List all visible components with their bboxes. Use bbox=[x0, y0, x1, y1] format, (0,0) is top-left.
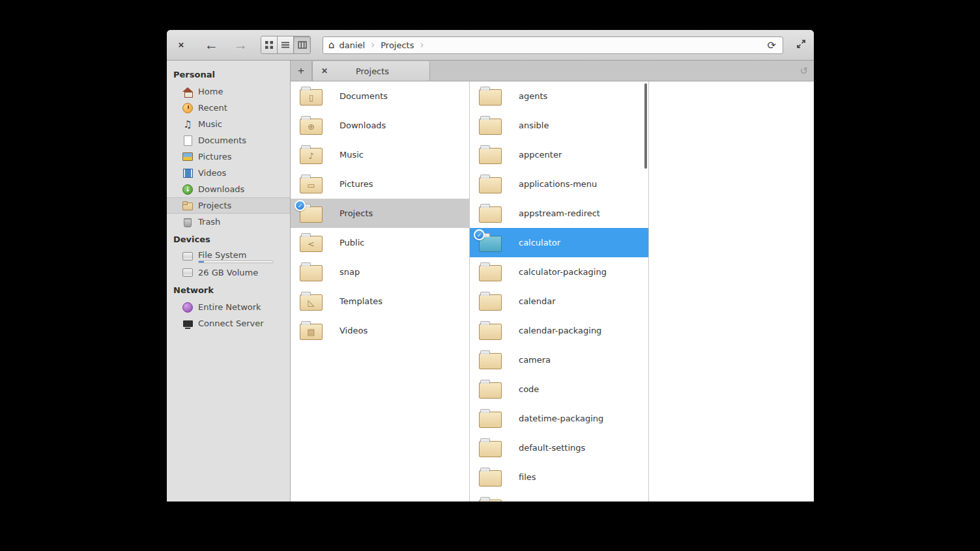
sidebar-item-trash[interactable]: Trash bbox=[167, 214, 290, 230]
file-row-appstream-redirect[interactable]: appstream-redirect bbox=[470, 199, 648, 228]
file-row-calculator[interactable]: ✓calculator bbox=[470, 228, 648, 257]
file-row-calculator-packaging[interactable]: calculator-packaging bbox=[470, 257, 648, 287]
file-row-downloads[interactable]: ⊕Downloads bbox=[291, 111, 469, 140]
file-row-calendar-packaging[interactable]: calendar-packaging bbox=[470, 316, 648, 345]
column-view-button[interactable] bbox=[294, 36, 310, 53]
folder-icon: < bbox=[300, 236, 323, 252]
sidebar-item-file-system[interactable]: File System bbox=[167, 248, 290, 264]
file-row-calendar[interactable]: calendar bbox=[470, 287, 648, 316]
sidebar-item-label: File System bbox=[198, 250, 274, 260]
file-row-appcenter[interactable]: appcenter bbox=[470, 140, 648, 169]
file-row-music[interactable]: ♪Music bbox=[291, 140, 469, 169]
history-button[interactable]: ↺ bbox=[800, 65, 808, 77]
file-row-ansible[interactable]: ansible bbox=[470, 111, 648, 140]
tab-projects[interactable]: ✕ Projects bbox=[312, 61, 430, 81]
file-label: Music bbox=[339, 150, 364, 160]
sidebar-item-pictures[interactable]: Pictures bbox=[167, 148, 290, 165]
sidebar-item-recent[interactable]: Recent bbox=[167, 100, 290, 116]
list-view-button[interactable] bbox=[278, 36, 294, 53]
sidebar-item-label: Documents bbox=[198, 135, 246, 145]
folder-icon bbox=[479, 89, 502, 106]
file-row-documents[interactable]: ▯Documents bbox=[291, 81, 469, 111]
window-close-button[interactable]: × bbox=[173, 37, 189, 53]
file-row-default-settings[interactable]: default-settings bbox=[470, 433, 648, 462]
file-row-code[interactable]: code bbox=[470, 374, 648, 404]
folder-icon bbox=[479, 500, 502, 502]
folder-icon bbox=[479, 382, 502, 399]
miller-columns: ▯Documents⊕Downloads♪Music▭Pictures✓Proj… bbox=[291, 81, 814, 502]
right-pane: + ✕ Projects ↺ ▯Documents⊕Downloads♪Musi… bbox=[291, 61, 814, 502]
folder-icon bbox=[479, 177, 502, 193]
file-row-projects[interactable]: ✓Projects bbox=[291, 199, 469, 228]
grid-view-button[interactable] bbox=[261, 36, 278, 53]
sidebar-item-videos[interactable]: Videos bbox=[167, 165, 290, 181]
new-tab-button[interactable]: + bbox=[291, 61, 312, 81]
sidebar-item-downloads[interactable]: ↓Downloads bbox=[167, 181, 290, 197]
sidebar: PersonalHomeRecent♫MusicDocumentsPicture… bbox=[167, 61, 291, 502]
file-row-applications-menu[interactable]: applications-menu bbox=[470, 169, 648, 199]
folder-icon bbox=[182, 201, 193, 211]
tab-bar: + ✕ Projects ↺ bbox=[291, 61, 814, 81]
file-row-pictures[interactable]: ▭Pictures bbox=[291, 169, 469, 199]
file-row-public[interactable]: <Public bbox=[291, 228, 469, 257]
file-row-agents[interactable]: agents bbox=[470, 81, 648, 111]
home-icon bbox=[182, 87, 193, 97]
folder-icon bbox=[479, 148, 502, 164]
back-button[interactable]: ← bbox=[202, 37, 221, 53]
expand-window-button[interactable] bbox=[795, 39, 807, 51]
disk-icon bbox=[182, 251, 193, 262]
folder-icon bbox=[479, 119, 502, 135]
folder-glyph: ▤ bbox=[307, 328, 315, 336]
folder-icon bbox=[479, 441, 502, 457]
sidebar-item-music[interactable]: ♫Music bbox=[167, 116, 290, 132]
recent-icon bbox=[182, 103, 193, 113]
breadcrumb-daniel[interactable]: daniel bbox=[338, 40, 367, 50]
sidebar-item-connect-server[interactable]: Connect Server bbox=[167, 315, 290, 332]
sidebar-item-documents[interactable]: Documents bbox=[167, 132, 290, 148]
file-row-snap[interactable]: snap bbox=[291, 257, 469, 287]
sidebar-item-label: Music bbox=[198, 119, 222, 129]
file-row-files[interactable]: files bbox=[470, 462, 648, 492]
file-row-gala[interactable]: gala bbox=[470, 492, 648, 502]
main-content: PersonalHomeRecent♫MusicDocumentsPicture… bbox=[167, 61, 814, 502]
folder-icon bbox=[300, 265, 323, 281]
file-label: appstream-redirect bbox=[519, 208, 600, 218]
file-label: files bbox=[519, 472, 536, 482]
folder-icon: ♪ bbox=[300, 148, 323, 164]
sidebar-item-label: Home bbox=[198, 87, 223, 96]
column-empty bbox=[649, 81, 814, 502]
file-label: camera bbox=[519, 355, 551, 365]
sidebar-item-label: Videos bbox=[198, 168, 226, 178]
folder-glyph: ▭ bbox=[307, 181, 315, 190]
tab-close-button[interactable]: ✕ bbox=[319, 66, 330, 76]
file-row-camera[interactable]: camera bbox=[470, 345, 648, 374]
file-label: Public bbox=[339, 238, 364, 247]
file-label: ansible bbox=[519, 120, 549, 130]
sidebar-header-devices: Devices bbox=[167, 230, 290, 248]
trash-icon bbox=[182, 217, 193, 227]
folder-glyph: ▯ bbox=[309, 93, 313, 102]
sidebar-item-26-gb-volume[interactable]: 26 GB Volume bbox=[167, 264, 290, 281]
file-label: Pictures bbox=[339, 179, 373, 189]
file-row-templates[interactable]: ◺Templates bbox=[291, 287, 469, 316]
sidebar-item-home[interactable]: Home bbox=[167, 83, 290, 100]
file-row-datetime-packaging[interactable]: datetime-packaging bbox=[470, 404, 648, 433]
forward-button[interactable]: → bbox=[231, 37, 250, 53]
sidebar-header-network: Network bbox=[167, 281, 290, 299]
folder-icon: ⊕ bbox=[300, 119, 323, 135]
file-label: calendar-packaging bbox=[519, 326, 601, 335]
refresh-button[interactable]: ⟳ bbox=[766, 39, 777, 51]
file-label: agents bbox=[519, 91, 547, 101]
list-view-icon bbox=[281, 40, 290, 49]
sidebar-item-label: Entire Network bbox=[198, 302, 261, 312]
tab-label: Projects bbox=[330, 66, 424, 76]
sidebar-item-entire-network[interactable]: Entire Network bbox=[167, 299, 290, 315]
selected-check-badge: ✓ bbox=[295, 200, 306, 211]
sidebar-item-projects[interactable]: Projects bbox=[167, 197, 290, 214]
folder-icon bbox=[479, 324, 502, 340]
breadcrumb-projects[interactable]: Projects bbox=[379, 40, 415, 50]
disk-usage-fill bbox=[199, 261, 204, 262]
path-bar[interactable]: ⌂ daniel › Projects › ⟳ bbox=[323, 36, 783, 54]
file-row-videos[interactable]: ▤Videos bbox=[291, 316, 469, 345]
chevron-separator-icon: › bbox=[415, 40, 428, 50]
